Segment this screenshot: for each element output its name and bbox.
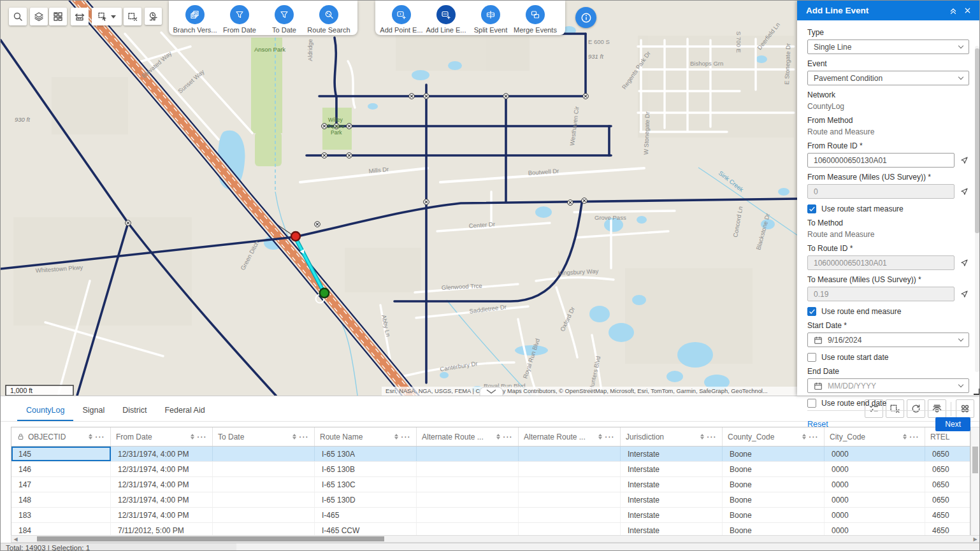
sort-icon[interactable] <box>496 434 500 440</box>
sort-icon[interactable] <box>394 434 398 440</box>
add-line-event-button[interactable]: Add Line E... <box>424 5 468 34</box>
map-label: S 700 E <box>735 31 742 53</box>
use-route-start-measure-checkbox[interactable]: Use route start measure <box>807 204 969 213</box>
to-date-button[interactable]: To Date <box>262 5 306 34</box>
branch-versions-button[interactable]: Branch Vers... <box>173 5 217 34</box>
end-date-input[interactable]: MM/DD/YYYY <box>807 378 969 393</box>
table-row[interactable]: 146 12/31/1974, 4:00 PM I-65 130B Inters… <box>11 462 970 477</box>
column-header-from-date[interactable]: From Date ··· <box>111 427 213 446</box>
time-slider-button[interactable] <box>145 8 162 25</box>
tab-countylog[interactable]: CountyLog <box>17 406 73 421</box>
pick-from-map-icon[interactable] <box>959 289 969 299</box>
use-route-end-date-checkbox[interactable]: Use route end date <box>807 399 969 408</box>
from-route-id-input[interactable]: 10600000650130A01 <box>807 153 955 168</box>
collapse-table-chevron[interactable] <box>480 387 503 396</box>
toolbar-group-events: Add Point E... Add Line E... Split Event… <box>375 1 565 35</box>
type-select[interactable]: Single Line <box>807 39 969 54</box>
use-route-start-date-checkbox[interactable]: Use route start date <box>807 353 969 362</box>
select-dropdown-caret[interactable] <box>111 15 116 18</box>
basemap-button[interactable] <box>49 8 67 25</box>
from-date-button[interactable]: From Date <box>217 5 262 34</box>
column-menu-icon[interactable]: ··· <box>96 433 106 441</box>
map-label: Bishops Grn <box>690 60 723 67</box>
add-point-event-button[interactable]: Add Point E... <box>379 5 424 34</box>
route-search-icon <box>319 5 338 24</box>
search-button[interactable] <box>9 8 27 25</box>
map-label: 931 ft <box>588 53 603 60</box>
sort-icon[interactable] <box>89 434 92 440</box>
table-row[interactable]: 148 12/31/1974, 4:00 PM I-65 130D Inters… <box>11 492 970 508</box>
panel-resize-handle[interactable] <box>974 389 980 395</box>
column-menu-icon[interactable]: ··· <box>605 433 616 441</box>
reset-button[interactable]: Reset <box>807 420 828 429</box>
tab-district[interactable]: District <box>113 406 155 421</box>
map-label: E 600 S <box>588 38 610 45</box>
column-menu-icon[interactable]: ··· <box>401 433 412 441</box>
sort-icon[interactable] <box>191 434 194 440</box>
column-header-alternate-route-2[interactable]: Alternate Route ... ··· <box>519 427 621 446</box>
from-measure-marker[interactable] <box>291 232 300 241</box>
record-count-status: Total: 14903 | Selection: 1 <box>1 543 236 551</box>
clear-selection-icon <box>127 11 138 22</box>
sort-icon[interactable] <box>292 434 296 440</box>
column-header-jurisdiction[interactable]: Jurisdiction ··· <box>621 427 723 446</box>
column-header-route-name[interactable]: Route Name ··· <box>315 427 417 446</box>
measure-button[interactable] <box>71 8 89 25</box>
column-menu-icon[interactable]: ··· <box>198 433 208 441</box>
layers-icon <box>34 11 44 22</box>
column-header-alternate-route-1[interactable]: Alternate Route ... ··· <box>417 427 519 446</box>
close-panel-button[interactable] <box>960 4 974 18</box>
clear-selection-button[interactable] <box>124 8 141 25</box>
table-row[interactable]: 145 12/31/1974, 4:00 PM I-65 130A Inters… <box>11 447 970 462</box>
to-measure-marker[interactable] <box>320 289 329 298</box>
add-line-event-panel: Add Line Event Type Single Line Event Pa… <box>797 1 980 396</box>
to-route-id-input[interactable]: 10600000650130A01 <box>807 255 955 270</box>
map-label: E Stonegate Dr <box>783 43 791 85</box>
use-route-end-measure-checkbox[interactable]: Use route end measure <box>807 307 969 316</box>
calendar-icon <box>814 336 823 345</box>
checkbox-unchecked-icon <box>807 353 816 362</box>
merge-events-button[interactable]: Merge Events <box>513 5 558 34</box>
map-label: Aldridge <box>306 39 313 61</box>
sort-icon[interactable] <box>700 434 704 440</box>
to-measure-input[interactable]: 0.19 <box>807 287 955 301</box>
map-label: Square <box>327 123 345 129</box>
map-label: 930 ft <box>15 116 30 123</box>
to-date-filter-icon <box>275 5 294 24</box>
pick-from-map-icon[interactable] <box>959 155 969 166</box>
column-header-to-date[interactable]: To Date ··· <box>213 427 315 446</box>
table-horizontal-scrollbar[interactable]: ◀ ▶ <box>11 535 980 543</box>
end-date-label: End Date <box>807 367 969 376</box>
map-label: Willey <box>328 117 343 123</box>
pick-from-map-icon[interactable] <box>959 187 969 197</box>
sort-icon[interactable] <box>598 434 602 440</box>
scrollbar-thumb[interactable] <box>37 536 384 541</box>
column-menu-icon[interactable]: ··· <box>503 433 514 441</box>
select-tool-button[interactable] <box>92 8 122 25</box>
column-header-objectid[interactable]: OBJECTID ··· <box>11 427 111 446</box>
scale-bar: 1,000 ft <box>6 385 73 396</box>
tab-federal-aid[interactable]: Federal Aid <box>155 406 213 421</box>
pick-from-map-icon[interactable] <box>959 258 969 268</box>
collapse-panel-button[interactable] <box>946 4 960 18</box>
scroll-left-arrow[interactable]: ◀ <box>11 536 20 542</box>
from-measure-input[interactable]: 0 <box>807 184 955 199</box>
next-button[interactable]: Next <box>935 417 970 431</box>
split-event-button[interactable]: Split Event <box>468 5 513 34</box>
sort-icon[interactable] <box>802 434 806 440</box>
route-search-button[interactable]: Route Search <box>306 5 351 34</box>
event-select[interactable]: Pavement Condition <box>807 71 969 85</box>
panel-header: Add Line Event <box>797 1 980 20</box>
tab-signal[interactable]: Signal <box>73 406 113 421</box>
panel-scrollbar[interactable] <box>975 46 979 372</box>
layers-button[interactable] <box>30 8 48 25</box>
table-row[interactable]: 183 12/31/1974, 4:00 PM I-465 Interstate… <box>11 508 970 523</box>
info-button[interactable] <box>575 7 596 28</box>
column-menu-icon[interactable]: ··· <box>707 433 717 441</box>
map-canvas[interactable]: Elevated Way Sunset Way Anson Park Aldri… <box>1 1 797 396</box>
scroll-right-arrow[interactable]: ▶ <box>971 536 979 542</box>
table-vertical-scrollbar[interactable] <box>970 427 980 538</box>
table-row[interactable]: 147 12/31/1974, 4:00 PM I-65 130C Inters… <box>11 477 970 492</box>
start-date-input[interactable]: 9/16/2024 <box>807 333 969 347</box>
column-menu-icon[interactable]: ··· <box>299 433 310 441</box>
